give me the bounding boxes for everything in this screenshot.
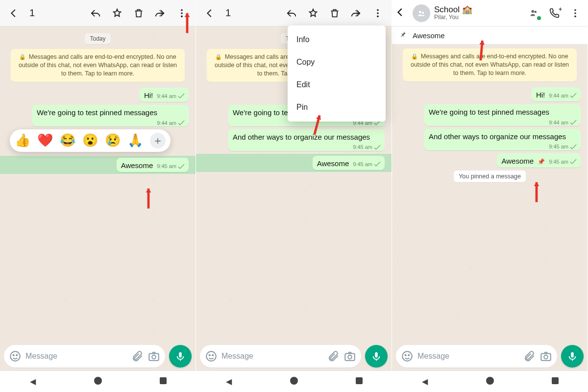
reaction-emoji[interactable]: 😢 bbox=[105, 133, 121, 148]
svg-point-13 bbox=[212, 355, 213, 356]
message-input[interactable] bbox=[25, 352, 127, 361]
reaction-more-button[interactable]: ＋ bbox=[150, 133, 166, 148]
message-row[interactable]: And other ways to organize our messages … bbox=[203, 129, 385, 151]
selection-toolbar: 1 bbox=[196, 0, 392, 26]
nav-home-button[interactable] bbox=[88, 377, 108, 387]
svg-point-7 bbox=[152, 355, 156, 359]
more-options-button[interactable] bbox=[368, 3, 388, 23]
mic-button[interactable] bbox=[561, 345, 584, 368]
chat-body[interactable]: Today 🔒 Messages and calls are end-to-en… bbox=[0, 26, 196, 342]
check-icon bbox=[178, 164, 185, 169]
emoji-icon[interactable] bbox=[9, 350, 22, 363]
more-options-button[interactable] bbox=[566, 4, 585, 23]
message-input-field[interactable] bbox=[200, 345, 361, 368]
nav-home-button[interactable] bbox=[284, 377, 304, 387]
message-input-bar bbox=[196, 342, 392, 370]
message-row[interactable]: Awesome 📌 9:45 am bbox=[399, 153, 581, 168]
panel-3: School 🏫 Pilar, You + Awesome 🔒 Messages… bbox=[392, 0, 588, 392]
svg-point-2 bbox=[181, 15, 183, 17]
check-icon bbox=[570, 93, 577, 98]
back-button[interactable] bbox=[4, 3, 24, 23]
selection-toolbar: 1 bbox=[0, 0, 196, 26]
menu-copy[interactable]: Copy bbox=[288, 51, 386, 74]
chat-name: School 🏫 bbox=[434, 5, 472, 15]
attach-icon[interactable] bbox=[327, 350, 340, 363]
lock-icon: 🔒 bbox=[215, 54, 222, 60]
menu-edit[interactable]: Edit bbox=[288, 74, 386, 96]
star-button[interactable] bbox=[107, 3, 127, 23]
delete-button[interactable] bbox=[325, 3, 344, 23]
svg-point-21 bbox=[574, 12, 576, 14]
nav-back-button[interactable]: ◀ bbox=[23, 377, 43, 386]
camera-icon[interactable] bbox=[343, 350, 356, 363]
camera-icon[interactable] bbox=[147, 350, 160, 363]
message-row[interactable]: Hi! 9:44 am bbox=[399, 87, 581, 102]
nav-recents-button[interactable] bbox=[349, 377, 369, 386]
context-menu: Info Copy Edit Pin bbox=[288, 25, 386, 122]
message-row[interactable]: And other ways to organize our messages … bbox=[399, 129, 581, 150]
menu-pin[interactable]: Pin bbox=[288, 96, 386, 119]
star-button[interactable] bbox=[303, 3, 323, 23]
check-icon bbox=[178, 121, 185, 125]
reaction-emoji[interactable]: ❤️ bbox=[37, 133, 53, 148]
emoji-icon[interactable] bbox=[401, 350, 414, 363]
back-button[interactable] bbox=[395, 7, 411, 20]
svg-point-10 bbox=[377, 15, 379, 17]
svg-point-0 bbox=[181, 9, 183, 11]
message-input-field[interactable] bbox=[4, 345, 165, 368]
selected-message-row[interactable]: Awesome 9:45 am bbox=[196, 154, 392, 172]
encryption-notice[interactable]: 🔒 Messages and calls are end-to-end encr… bbox=[11, 49, 185, 82]
svg-point-5 bbox=[16, 355, 17, 356]
avatar[interactable] bbox=[413, 4, 430, 22]
android-nav-bar: ◀ bbox=[196, 370, 392, 392]
pinned-message-banner[interactable]: Awesome bbox=[392, 26, 588, 45]
plus-icon: + bbox=[559, 6, 562, 13]
message-input[interactable] bbox=[417, 352, 519, 361]
encryption-notice-text: Messages and calls are end-to-end encryp… bbox=[19, 53, 177, 77]
attach-icon[interactable] bbox=[131, 350, 144, 363]
encryption-notice[interactable]: 🔒 Messages and calls are end-to-end encr… bbox=[403, 49, 577, 81]
forward-button[interactable] bbox=[150, 3, 170, 23]
delete-button[interactable] bbox=[129, 3, 148, 23]
svg-point-22 bbox=[574, 15, 576, 17]
message-row[interactable]: We're going to test pinned messages 9:44… bbox=[7, 105, 189, 126]
reaction-emoji[interactable]: 😮 bbox=[82, 133, 98, 148]
reaction-emoji[interactable]: 🙏 bbox=[127, 133, 143, 148]
selected-message-row[interactable]: Awesome 9:45 am bbox=[0, 156, 196, 174]
nav-back-button[interactable]: ◀ bbox=[415, 377, 435, 386]
camera-icon[interactable] bbox=[539, 350, 552, 363]
chat-body[interactable]: 🔒 Messages and calls are end-to-end encr… bbox=[392, 45, 588, 342]
message-text: We're going to test pinned messages bbox=[37, 108, 157, 117]
nav-recents-button[interactable] bbox=[545, 377, 565, 386]
video-call-button[interactable] bbox=[525, 4, 543, 23]
nav-back-button[interactable]: ◀ bbox=[219, 377, 239, 386]
voice-call-button[interactable]: + bbox=[545, 4, 564, 23]
mic-button[interactable] bbox=[365, 345, 388, 368]
reaction-picker: 👍 ❤️ 😂 😮 😢 🙏 ＋ bbox=[10, 129, 171, 152]
nav-home-button[interactable] bbox=[480, 377, 500, 387]
emoji-icon[interactable] bbox=[205, 350, 218, 363]
chat-title-block[interactable]: School 🏫 Pilar, You bbox=[434, 5, 472, 21]
message-row[interactable]: We're going to test pinned messages 9:44… bbox=[399, 104, 581, 126]
svg-point-24 bbox=[405, 355, 406, 356]
nav-recents-button[interactable] bbox=[153, 377, 173, 386]
reaction-emoji[interactable]: 😂 bbox=[60, 133, 75, 148]
back-button[interactable] bbox=[200, 3, 220, 23]
status-badge-icon bbox=[536, 15, 542, 21]
encryption-notice-text: Messages and calls are end-to-end encryp… bbox=[411, 53, 569, 76]
message-input-field[interactable] bbox=[396, 345, 557, 368]
lock-icon: 🔒 bbox=[19, 54, 26, 60]
check-icon bbox=[570, 120, 577, 125]
reply-button[interactable] bbox=[86, 3, 105, 23]
message-time: 9:44 am bbox=[549, 119, 568, 126]
mic-button[interactable] bbox=[169, 345, 192, 368]
menu-info[interactable]: Info bbox=[288, 28, 386, 51]
more-options-button[interactable] bbox=[172, 3, 192, 23]
message-input[interactable] bbox=[221, 352, 323, 361]
reply-button[interactable] bbox=[282, 3, 301, 23]
reaction-emoji[interactable]: 👍 bbox=[15, 133, 30, 148]
attach-icon[interactable] bbox=[523, 350, 536, 363]
message-row[interactable]: Hi! 9:44 am bbox=[7, 88, 189, 102]
svg-point-1 bbox=[181, 12, 183, 14]
forward-button[interactable] bbox=[346, 3, 366, 23]
